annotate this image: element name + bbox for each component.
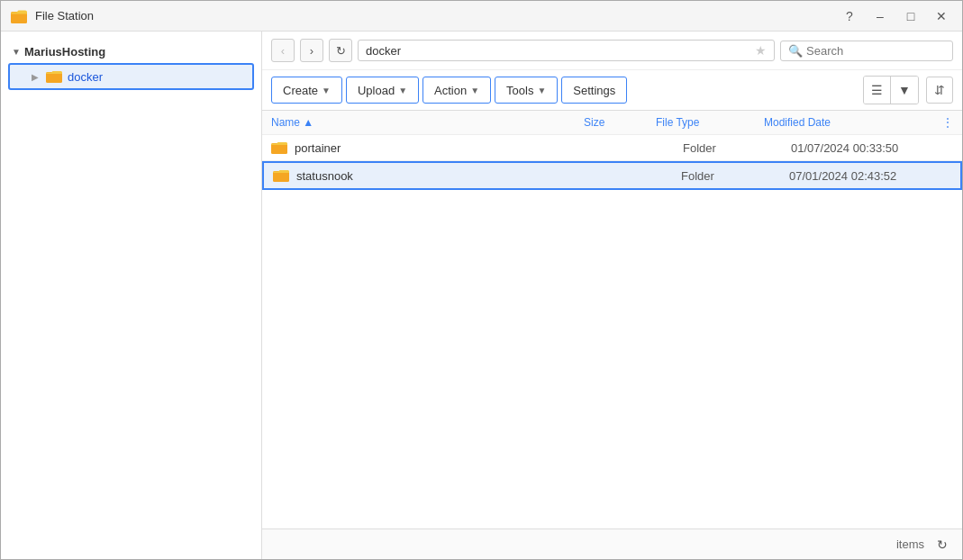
sidebar-root-label[interactable]: ▼ MariusHosting: [8, 42, 254, 61]
search-wrapper: 🔍: [780, 41, 953, 61]
address-input[interactable]: [366, 44, 755, 58]
action-label: Action: [434, 84, 467, 97]
bookmark-star-icon[interactable]: ★: [755, 43, 767, 58]
col-header-type[interactable]: File Type: [656, 116, 764, 129]
main-content: ▼ MariusHosting ▶ docker ‹: [1, 32, 962, 559]
list-view-button[interactable]: ☰: [864, 77, 891, 104]
item-arrow-icon: ▶: [32, 72, 39, 82]
search-input[interactable]: [806, 44, 932, 58]
footer: items ↻: [262, 528, 962, 559]
settings-button[interactable]: Settings: [561, 77, 627, 104]
action-button[interactable]: Action ▼: [422, 77, 491, 104]
back-button[interactable]: ‹: [271, 39, 295, 62]
right-panel: ‹ › ↻ ★ 🔍 Create ▼: [262, 32, 962, 559]
sidebar-root-text: MariusHosting: [24, 45, 105, 59]
root-expand-arrow: ▼: [12, 47, 21, 57]
minimize-button[interactable]: –: [868, 5, 892, 28]
file-type: Folder: [681, 169, 789, 183]
folder-icon: [273, 168, 289, 183]
address-input-wrapper: ★: [358, 40, 775, 61]
window-title: File Station: [35, 9, 838, 23]
file-date: 01/07/2024 00:33:50: [791, 141, 953, 155]
create-dropdown-arrow: ▼: [322, 86, 331, 95]
footer-refresh-button[interactable]: ↻: [931, 534, 953, 555]
app-icon: [10, 7, 28, 25]
tools-label: Tools: [506, 84, 533, 97]
col-header-more[interactable]: ⋮: [926, 116, 953, 129]
footer-items-label: items: [896, 537, 924, 551]
col-header-size[interactable]: Size: [584, 116, 656, 129]
file-name: portainer: [295, 141, 611, 155]
upload-label: Upload: [358, 84, 395, 97]
sort-button[interactable]: ⇵: [926, 77, 953, 104]
file-name: statusnook: [296, 169, 609, 183]
sidebar-root: ▼ MariusHosting ▶ docker: [1, 39, 261, 95]
sidebar-item-docker[interactable]: ▶ docker: [8, 63, 254, 90]
upload-button[interactable]: Upload ▼: [346, 77, 419, 104]
file-list-header: Name ▲ Size File Type Modified Date ⋮: [262, 111, 962, 135]
tools-button[interactable]: Tools ▼: [495, 77, 558, 104]
folder-icon: [46, 69, 62, 84]
search-icon: 🔍: [788, 44, 803, 58]
file-list: Name ▲ Size File Type Modified Date ⋮ po…: [262, 111, 962, 528]
settings-label: Settings: [573, 84, 615, 97]
file-station-window: File Station ? – □ ✕ ▼ MariusHosting ▶: [0, 0, 963, 560]
title-bar: File Station ? – □ ✕: [1, 1, 962, 32]
close-button[interactable]: ✕: [930, 5, 953, 28]
upload-dropdown-arrow: ▼: [398, 86, 407, 95]
sidebar: ▼ MariusHosting ▶ docker: [1, 32, 262, 559]
col-header-name[interactable]: Name ▲: [271, 116, 584, 129]
help-button[interactable]: ?: [838, 5, 861, 28]
file-type: Folder: [683, 141, 791, 155]
sidebar-item-docker-label: docker: [68, 70, 103, 84]
action-dropdown-arrow: ▼: [470, 86, 479, 95]
address-bar: ‹ › ↻ ★ 🔍: [262, 32, 962, 70]
col-header-date[interactable]: Modified Date: [764, 116, 926, 129]
window-controls: ? – □ ✕: [838, 5, 953, 28]
table-row[interactable]: statusnook Folder 07/01/2024 02:43:52: [262, 161, 962, 190]
create-button[interactable]: Create ▼: [271, 77, 342, 104]
maximize-button[interactable]: □: [899, 5, 922, 28]
forward-button[interactable]: ›: [300, 39, 323, 62]
view-options-button[interactable]: ▼: [891, 77, 918, 104]
folder-icon: [271, 140, 287, 155]
table-row[interactable]: portainer Folder 01/07/2024 00:33:50: [262, 135, 962, 161]
file-date: 07/01/2024 02:43:52: [789, 169, 951, 183]
action-toolbar: Create ▼ Upload ▼ Action ▼ Tools ▼: [262, 70, 962, 110]
view-toggle-group: ☰ ▼: [863, 76, 919, 104]
toolbar-area: ‹ › ↻ ★ 🔍 Create ▼: [262, 32, 962, 111]
tools-dropdown-arrow: ▼: [537, 86, 546, 95]
refresh-button[interactable]: ↻: [329, 39, 352, 62]
create-label: Create: [283, 84, 318, 97]
